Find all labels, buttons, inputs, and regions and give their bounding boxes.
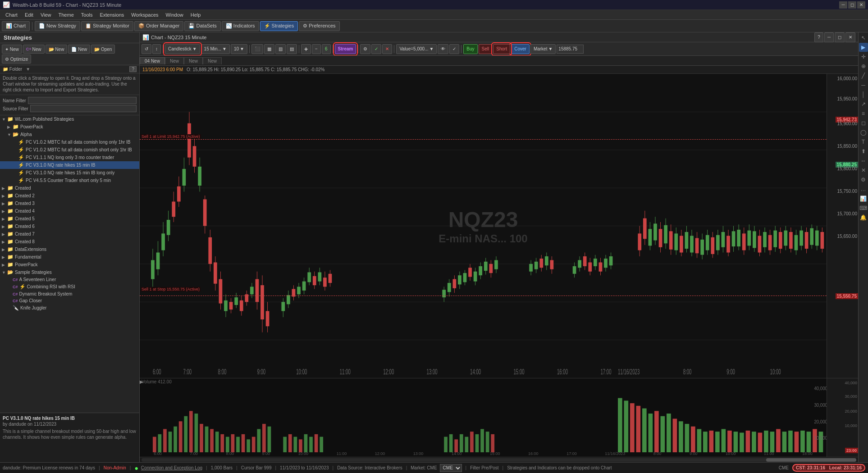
menu-view[interactable]: View — [37, 11, 55, 18]
tree-item-s4[interactable]: ⚡ PC V3.1.0 NQ rate hikes 15 min IB — [0, 161, 139, 169]
menu-edit[interactable]: Edit — [21, 11, 37, 18]
toolbar-indicators-btn[interactable]: 📉 Indicators — [222, 21, 259, 31]
horizontal-scrollbar[interactable] — [140, 457, 858, 462]
tree-item-wlcom[interactable]: ▼ 📁 WL.com Published Strategies — [0, 115, 139, 123]
menu-workspaces[interactable]: Workspaces — [128, 11, 162, 18]
tool-rect-btn[interactable]: ◻ — [859, 118, 868, 127]
chart-stream-btn[interactable]: Stream — [335, 44, 356, 54]
tree-item-pp2[interactable]: ▶📁PowerPack — [0, 261, 139, 268]
tool-arrow-btn[interactable]: ▶ — [859, 43, 868, 52]
tool-text-btn[interactable]: T — [859, 137, 868, 146]
volume-expand[interactable]: ▶ — [140, 379, 143, 384]
source-filter-input[interactable] — [30, 105, 137, 112]
chart-canvas[interactable]: Sell 1 at Limit 15,942.75 (Active) Sell … — [140, 74, 827, 378]
chart-value-btn[interactable]: Value=5,000... ▼ — [396, 44, 437, 54]
sidebar-cnew-btn[interactable]: C+ New — [23, 45, 45, 54]
tree-item-created3[interactable]: ▶📁Created 3 — [0, 200, 139, 207]
chart-min-btn[interactable]: ─ — [824, 32, 834, 42]
sidebar-optimize-btn[interactable]: ⚙ Optimize — [2, 55, 31, 64]
chart-vol-btn[interactable]: ✓ — [449, 44, 459, 54]
tree-item-created[interactable]: ▶📁Created — [0, 184, 139, 192]
tree-item-created4[interactable]: ▶📁Created 4 — [0, 207, 139, 215]
chart-col-btn[interactable]: ▥ — [275, 44, 286, 54]
toolbar-new-strategy-btn[interactable]: 📄 New Strategy — [35, 21, 80, 31]
chart-refresh-btn[interactable]: ↺ — [142, 44, 151, 54]
tab-new2[interactable]: New — [184, 57, 203, 64]
toolbar-chart-btn[interactable]: 📊 Chart — [2, 21, 30, 31]
tree-item-s2[interactable]: ⚡ PC V1.0.2 MBTC fut all data comish sho… — [0, 146, 139, 154]
chart-check-btn[interactable]: ✓ — [371, 44, 381, 54]
tree-item-created7[interactable]: ▶📁Created 7 — [0, 230, 139, 238]
tool-extras-btn[interactable]: … — [859, 185, 868, 194]
tab-04new[interactable]: 04 New — [140, 57, 165, 64]
toolbar-strategy-monitor-btn[interactable]: 📋 Strategy Monitor — [81, 21, 133, 31]
tree-item-ss4[interactable]: C#Gap Closer — [0, 297, 139, 304]
tree-item-powerpack1[interactable]: ▶ 📁 PowerPack — [0, 123, 139, 131]
menu-tools[interactable]: Tools — [78, 11, 96, 18]
tab-new3[interactable]: New — [203, 57, 222, 64]
chart-cover-btn[interactable]: Cover — [511, 44, 530, 54]
chart-market-btn[interactable]: Market ▼ — [530, 44, 556, 54]
status-market-select[interactable]: CME — [440, 464, 462, 472]
chart-close-btn[interactable]: ✕ — [845, 32, 855, 42]
chart-pointer-btn[interactable]: ↕ — [152, 44, 161, 54]
tool-cursor-btn[interactable]: ↖ — [859, 33, 868, 42]
tree-item-created2[interactable]: ▶📁Created 2 — [0, 192, 139, 200]
tree-item-fund[interactable]: ▶📁Fundamental — [0, 253, 139, 261]
chart-settings-btn[interactable]: ⚙ — [360, 44, 370, 54]
tree-item-s6[interactable]: ⚡ PC V4.5.5 Counter Trader short only 5 … — [0, 177, 139, 184]
sidebar-new-file-btn[interactable]: 📄 New — [68, 45, 90, 54]
chart-bar-btn[interactable]: ▦ — [264, 44, 274, 54]
chart-max-btn[interactable]: ◻ — [835, 32, 845, 42]
tool-hline-btn[interactable]: ─ — [859, 81, 868, 90]
tree-item-ss5[interactable]: 🔪Knife Juggler — [0, 304, 139, 312]
menu-window[interactable]: Window — [162, 11, 187, 18]
chart-type-btn[interactable]: Candlestick ▼ — [165, 44, 200, 54]
tool-script-btn[interactable]: ⌨ — [859, 204, 868, 213]
chart-timeframe-btn[interactable]: 15 Min... ▼ — [201, 44, 230, 54]
tree-item-created6[interactable]: ▶📁Created 6 — [0, 223, 139, 230]
tool-arrow2-btn[interactable]: ⬆ — [859, 147, 868, 156]
chart-sell-btn[interactable]: Sell — [479, 44, 493, 54]
name-filter-input[interactable] — [28, 97, 137, 104]
tool-measure-btn[interactable]: ↔ — [859, 156, 868, 165]
tree-item-ss1[interactable]: C#A Seventeen Liner — [0, 276, 139, 283]
restore-button[interactable]: ◻ — [848, 1, 856, 9]
menu-extensions[interactable]: Extensions — [96, 11, 128, 18]
chart-line-btn[interactable]: ▤ — [287, 44, 297, 54]
menu-help[interactable]: Help — [187, 11, 205, 18]
tree-item-dataext[interactable]: ▶📁DataExtensions — [0, 246, 139, 253]
toolbar-datasets-btn[interactable]: 💾 DataSets — [184, 21, 220, 31]
sidebar-new-folder-btn[interactable]: 📂 New — [46, 45, 68, 54]
sidebar-open-btn[interactable]: 📂 Open — [91, 45, 115, 54]
tool-line-btn[interactable]: ╱ — [859, 71, 868, 80]
chart-6-btn[interactable]: 6 — [322, 44, 331, 54]
toolbar-strategies-btn[interactable]: ⚡ Strategies — [260, 21, 298, 31]
tree-item-ss3[interactable]: C#Dynamic Breakout System — [0, 291, 139, 297]
chart-short-btn[interactable]: Short — [493, 44, 510, 54]
tool-ellipse-btn[interactable]: ◯ — [859, 128, 868, 137]
tool-trendline-btn[interactable]: ↗ — [859, 100, 868, 109]
menu-chart[interactable]: Chart — [2, 11, 21, 18]
close-button[interactable]: ✕ — [857, 1, 865, 9]
tree-item-s5[interactable]: ⚡ PC V3.1.0 NQ rate hikes 15 min IB long… — [0, 169, 139, 177]
tree-item-s1[interactable]: ⚡ PC V1.0.2 MBTC fut all data comish lon… — [0, 138, 139, 146]
tab-new1[interactable]: New — [165, 57, 184, 64]
toolbar-preferences-btn[interactable]: ⚙ Preferences — [299, 21, 339, 31]
sidebar-new-btn[interactable]: ✦ New — [2, 45, 22, 54]
minimize-button[interactable]: ─ — [839, 1, 847, 9]
tree-item-ss2[interactable]: C#⚡Combining RSI with RSI — [0, 283, 139, 291]
tool-crosshair-btn[interactable]: ✛ — [859, 52, 868, 61]
tree-item-samples[interactable]: ▼📂Sample Strategies — [0, 268, 139, 276]
tool-fib-btn[interactable]: ≡ — [859, 109, 868, 118]
chart-bars-btn[interactable]: 10 ▼ — [231, 44, 247, 54]
tree-item-created8[interactable]: ▶📁Created 8 — [0, 238, 139, 246]
menu-theme[interactable]: Theme — [55, 11, 78, 18]
tree-item-alpha[interactable]: ▼ 📂 Alpha — [0, 131, 139, 138]
chart-full-btn[interactable]: ⬛ — [251, 44, 263, 54]
help-icon[interactable]: ? — [129, 66, 137, 72]
tool-delete-btn[interactable]: ✕ — [859, 166, 868, 175]
tool-vline-btn[interactable]: │ — [859, 90, 868, 99]
chart-x-btn[interactable]: ✕ — [382, 44, 392, 54]
chart-help-btn[interactable]: ? — [814, 32, 823, 42]
